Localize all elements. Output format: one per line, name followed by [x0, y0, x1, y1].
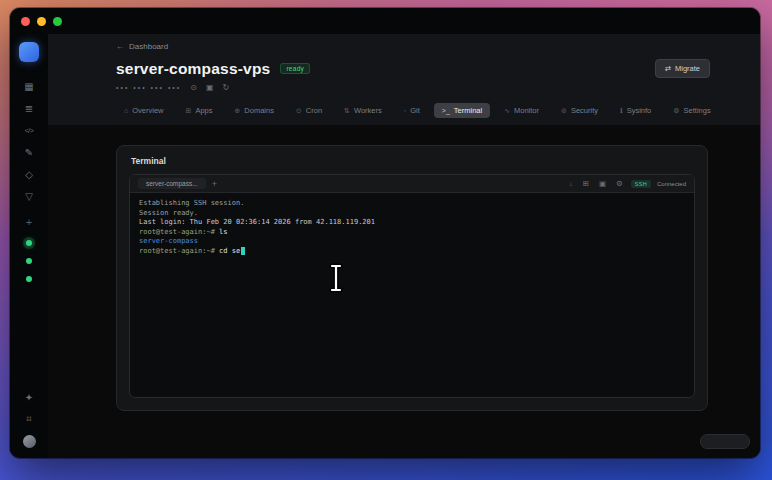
tab-label: Cron — [306, 106, 322, 115]
packages-icon[interactable]: ◇ — [18, 164, 40, 184]
window-titlebar — [10, 8, 760, 34]
terminal-line: Session ready. — [139, 209, 685, 219]
app-window: ▦ ≣ </> ✎ ◇ ▽ + ✦ ⌗ ← Dashboard — [10, 8, 760, 458]
tab-label: Workers — [354, 106, 382, 115]
refresh-icon[interactable]: ↻ — [223, 83, 230, 92]
ssh-badge: SSH — [631, 180, 651, 188]
back-arrow-icon: ← — [116, 42, 124, 51]
tools-icon[interactable]: ✎ — [18, 142, 40, 162]
add-server-icon[interactable]: + — [26, 216, 32, 228]
user-avatar[interactable] — [23, 435, 36, 448]
server-tab-bar: ⌂Overview ⊞Apps ⊕Domains ⊙Cron ⇅Workers … — [116, 103, 710, 125]
terminal-output[interactable]: Establishing SSH session. Session ready.… — [130, 193, 694, 397]
code-icon[interactable]: </> — [18, 120, 40, 140]
security-icon: ⊘ — [561, 107, 567, 115]
split-icon[interactable]: ⊞ — [581, 179, 591, 188]
server-status-dot-selected[interactable] — [26, 240, 32, 246]
server-status-dot[interactable] — [26, 258, 32, 264]
monitor-icon: ∿ — [504, 107, 510, 115]
copy-output-icon[interactable]: ▣ — [597, 179, 608, 188]
dashboard-icon[interactable]: ▦ — [18, 76, 40, 96]
git-icon: ◦ — [404, 107, 406, 114]
cron-icon: ⊙ — [296, 107, 302, 115]
command-text: cd se — [219, 247, 240, 255]
terminal-settings-icon[interactable]: ⚙ — [614, 179, 625, 188]
tab-label: Domains — [244, 106, 274, 115]
migrate-button[interactable]: ⇄ Migrate — [655, 59, 710, 78]
tab-label: Apps — [195, 106, 212, 115]
desktop-wallpaper: ▦ ≣ </> ✎ ◇ ▽ + ✦ ⌗ ← Dashboard — [0, 0, 772, 480]
eye-icon[interactable]: ⊙ — [190, 83, 197, 92]
tab-monitor[interactable]: ∿Monitor — [496, 103, 547, 118]
command-text: ls — [219, 228, 227, 236]
tab-apps[interactable]: ⊞Apps — [178, 103, 221, 118]
chat-widget[interactable] — [700, 434, 750, 449]
terminal-caret — [241, 247, 245, 255]
tab-security[interactable]: ⊘Security — [553, 103, 606, 118]
status-badge: ready — [280, 63, 310, 74]
zoom-window-button[interactable] — [53, 17, 62, 26]
masked-ip: ••• ••• ••• ••• — [116, 84, 181, 91]
tab-label: Sysinfo — [627, 106, 652, 115]
minimize-window-button[interactable] — [37, 17, 46, 26]
tab-label: Monitor — [514, 106, 539, 115]
close-window-button[interactable] — [21, 17, 30, 26]
terminal-line-directory: server-compass — [139, 237, 685, 247]
prompt-text: root@test-again:~# — [139, 247, 215, 255]
page-title: server-compass-vps — [116, 60, 270, 78]
tab-label: Git — [410, 106, 420, 115]
new-terminal-tab-button[interactable]: + — [212, 179, 217, 189]
workers-icon: ⇅ — [344, 107, 350, 115]
download-icon[interactable]: ↓ — [567, 179, 575, 188]
main-panel: ← Dashboard server-compass-vps ready ⇄ M… — [48, 34, 760, 458]
terminal-icon: >_ — [442, 107, 450, 114]
terminal-line: Last login: Thu Feb 20 02:36:14 2026 fro… — [139, 218, 685, 228]
terminal-card-title: Terminal — [117, 146, 707, 174]
help-icon[interactable]: ⌗ — [18, 409, 40, 429]
connection-status: Connected — [657, 181, 686, 187]
tab-domains[interactable]: ⊕Domains — [226, 103, 281, 118]
settings-icon: ⚙ — [673, 107, 679, 115]
app-sidebar: ▦ ≣ </> ✎ ◇ ▽ + ✦ ⌗ — [10, 34, 48, 458]
tab-settings[interactable]: ⚙Settings — [665, 103, 718, 118]
terminal-tab-bar: server-compass... + ↓ ⊞ ▣ ⚙ SSH Connecte… — [130, 175, 694, 193]
tab-label: Settings — [684, 106, 711, 115]
tab-label: Terminal — [454, 106, 482, 115]
tab-git[interactable]: ◦Git — [396, 103, 428, 118]
app-logo[interactable] — [19, 42, 39, 62]
copy-icon[interactable]: ▣ — [206, 83, 214, 92]
migrate-label: Migrate — [675, 64, 700, 73]
tab-cron[interactable]: ⊙Cron — [288, 103, 330, 118]
prompt-text: root@test-again:~# — [139, 228, 215, 236]
terminal-session-tab[interactable]: server-compass... — [138, 178, 206, 189]
tab-overview[interactable]: ⌂Overview — [116, 103, 172, 118]
terminal-line: root@test-again:~# ls — [139, 228, 685, 238]
terminal-line-current: root@test-again:~# cd se — [139, 247, 685, 257]
tab-terminal[interactable]: >_Terminal — [434, 103, 490, 118]
server-header: ← Dashboard server-compass-vps ready ⇄ M… — [48, 34, 760, 125]
sysinfo-icon: ℹ — [620, 107, 623, 115]
shield-icon[interactable]: ▽ — [18, 186, 40, 206]
breadcrumb-label: Dashboard — [129, 42, 168, 51]
tab-label: Security — [571, 106, 598, 115]
sparkles-icon[interactable]: ✦ — [18, 387, 40, 407]
migrate-icon: ⇄ — [665, 64, 671, 73]
terminal-line: Establishing SSH session. — [139, 199, 685, 209]
tab-label: Overview — [132, 106, 163, 115]
apps-icon: ⊞ — [186, 107, 192, 115]
terminal-widget: server-compass... + ↓ ⊞ ▣ ⚙ SSH Connecte… — [129, 174, 695, 398]
breadcrumb[interactable]: ← Dashboard — [116, 42, 710, 51]
server-status-dot[interactable] — [26, 276, 32, 282]
terminal-card: Terminal server-compass... + ↓ ⊞ ▣ ⚙ SSH — [116, 145, 708, 411]
tab-content-area: Terminal server-compass... + ↓ ⊞ ▣ ⚙ SSH — [48, 125, 760, 458]
tab-workers[interactable]: ⇅Workers — [336, 103, 390, 118]
domains-icon: ⊕ — [234, 107, 240, 115]
tab-sysinfo[interactable]: ℹSysinfo — [612, 103, 659, 118]
servers-icon[interactable]: ≣ — [18, 98, 40, 118]
overview-icon: ⌂ — [124, 107, 128, 114]
